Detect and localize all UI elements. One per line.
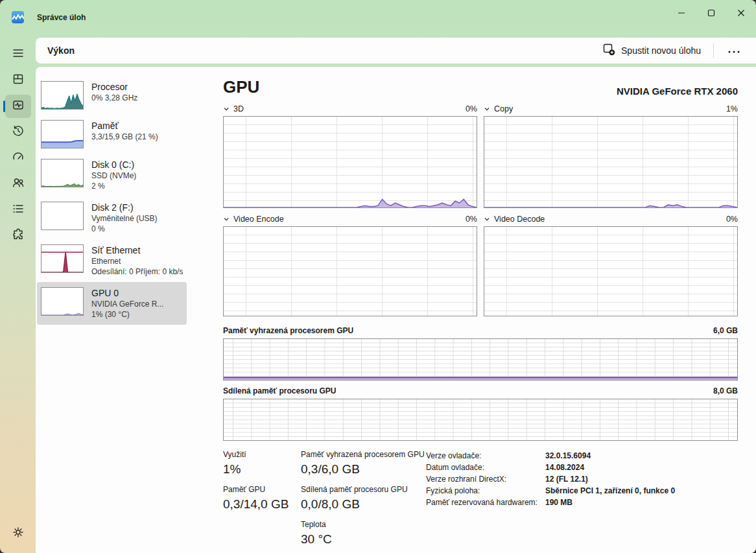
chart-video-encode: Video Encode 0% bbox=[223, 213, 477, 316]
chart-copy: Copy 1% bbox=[484, 103, 738, 208]
chart-label: Video Encode bbox=[233, 215, 284, 224]
new-task-icon bbox=[603, 43, 615, 58]
nav-details[interactable] bbox=[5, 198, 31, 222]
sidebar-item-title: Disk 0 (C:) bbox=[91, 159, 136, 171]
dedicated-memory-label: Paměť vyhrazená procesorem GPU bbox=[223, 326, 353, 335]
window-title: Správce úloh bbox=[37, 13, 86, 22]
dedicated-memory-chart bbox=[223, 338, 738, 381]
chart-percent: 0% bbox=[466, 215, 477, 224]
performance-icon bbox=[12, 99, 25, 114]
stat-label: Verze rozhraní DirectX: bbox=[426, 473, 545, 485]
chart-video-decode-plot bbox=[484, 226, 738, 316]
sidebar-item-title: Síť Ethernet bbox=[91, 244, 183, 256]
hamburger-menu-button[interactable] bbox=[5, 43, 31, 66]
gpu-device-name: NVIDIA GeForce RTX 2060 bbox=[617, 86, 738, 97]
nav-users[interactable] bbox=[5, 172, 31, 196]
page-title: Výkon bbox=[47, 45, 75, 56]
stat-value: 0,3/14,0 GB bbox=[223, 496, 301, 512]
stat-value: 12 (FL 12.1) bbox=[545, 473, 588, 485]
sidebar-item-detail: NVIDIA GeForce R... bbox=[91, 299, 163, 309]
stat-label: Datum ovladače: bbox=[426, 462, 545, 473]
nav-app-history[interactable] bbox=[5, 121, 31, 144]
stat-label: Paměť GPU bbox=[223, 485, 301, 495]
sidebar-item-detail: 0% 3,28 GHz bbox=[91, 93, 137, 103]
app-icon bbox=[12, 11, 24, 23]
nav-processes[interactable] bbox=[5, 69, 31, 92]
main-panel: Procesor 0% 3,28 GHz Paměť 3,3/15,9 GB (… bbox=[36, 67, 756, 553]
chart-percent: 0% bbox=[466, 104, 477, 113]
chevron-down-icon[interactable] bbox=[484, 216, 490, 222]
sidebar-item-detail: Ethernet bbox=[91, 256, 183, 266]
stat-value: 14.08.2024 bbox=[545, 462, 584, 473]
performance-sidebar: Procesor 0% 3,28 GHz Paměť 3,3/15,9 GB (… bbox=[36, 67, 187, 553]
sidebar-item-ethernet[interactable]: Síť Ethernet Ethernet Odesílání: 0 Příje… bbox=[37, 239, 187, 282]
sidebar-item-title: Procesor bbox=[91, 81, 137, 93]
shared-memory-chart bbox=[223, 399, 738, 441]
sidebar-item-gpu0[interactable]: GPU 0 NVIDIA GeForce R... 1% (30 °C) bbox=[37, 282, 187, 325]
nav-performance[interactable] bbox=[5, 95, 31, 118]
users-icon bbox=[12, 176, 25, 192]
sidebar-item-detail: 3,3/15,9 GB (21 %) bbox=[91, 132, 158, 142]
shared-memory-max: 8,0 GB bbox=[713, 386, 738, 395]
stat-label: Paměť rezervovaná hardwarem: bbox=[426, 497, 545, 508]
sidebar-item-detail: 1% (30 °C) bbox=[91, 309, 163, 320]
chart-label: Video Decode bbox=[494, 215, 545, 224]
chart-3d: 3D 0% bbox=[223, 103, 477, 208]
sidebar-item-detail: 0 % bbox=[91, 224, 158, 234]
chevron-down-icon[interactable] bbox=[223, 106, 230, 112]
run-new-task-button[interactable]: Spustit novou úlohu bbox=[599, 41, 705, 60]
gpu-stats: Využití 1% Paměť GPU 0,3/14,0 GB Paměť v… bbox=[223, 450, 738, 553]
chevron-down-icon[interactable] bbox=[484, 106, 490, 112]
toolbar: Výkon Spustit novou úlohu bbox=[36, 38, 756, 64]
sidebar-item-detail: Vyměnitelné (USB) bbox=[91, 213, 158, 224]
stat-label: Verze ovladače: bbox=[426, 450, 545, 462]
chart-video-encode-plot bbox=[223, 226, 477, 316]
chart-percent: 1% bbox=[726, 104, 738, 113]
run-new-task-label: Spustit novou úlohu bbox=[621, 45, 701, 56]
settings-button[interactable] bbox=[5, 522, 31, 545]
sidebar-item-title: GPU 0 bbox=[91, 287, 163, 299]
stat-value: 0,3/6,0 GB bbox=[301, 461, 426, 477]
cpu-mini-chart bbox=[41, 81, 84, 110]
processes-icon bbox=[12, 73, 25, 88]
speedometer-icon bbox=[12, 150, 25, 166]
chart-video-decode: Video Decode 0% bbox=[484, 213, 738, 316]
chart-label: Copy bbox=[494, 104, 513, 113]
ethernet-mini-chart bbox=[41, 244, 84, 273]
close-button[interactable] bbox=[726, 0, 756, 26]
task-manager-window: Správce úloh bbox=[0, 0, 756, 553]
dedicated-memory-max: 6,0 GB bbox=[713, 326, 738, 335]
gpu-detail-pane: GPU NVIDIA GeForce RTX 2060 3D 0% bbox=[223, 67, 738, 553]
sidebar-item-title: Disk 2 (F:) bbox=[91, 202, 158, 213]
chart-label: 3D bbox=[233, 104, 244, 113]
sidebar-item-disk2[interactable]: Disk 2 (F:) Vyměnitelné (USB) 0 % bbox=[37, 196, 187, 239]
disk2-mini-chart bbox=[41, 202, 84, 230]
hamburger-icon bbox=[12, 47, 25, 62]
sidebar-item-cpu[interactable]: Procesor 0% 3,28 GHz bbox=[37, 76, 187, 115]
titlebar: Správce úloh bbox=[0, 0, 756, 36]
stat-label: Teplota bbox=[301, 520, 426, 530]
nav-startup-apps[interactable] bbox=[5, 147, 31, 170]
list-icon bbox=[12, 202, 25, 218]
nav-services[interactable] bbox=[5, 224, 31, 248]
chevron-down-icon[interactable] bbox=[223, 216, 230, 222]
sidebar-item-memory[interactable]: Paměť 3,3/15,9 GB (21 %) bbox=[37, 115, 187, 154]
ellipsis-icon bbox=[727, 45, 740, 56]
gpu-mini-chart bbox=[41, 287, 84, 316]
maximize-button[interactable] bbox=[696, 0, 726, 26]
puzzle-icon bbox=[12, 228, 25, 244]
stat-value: Sběrnice PCI 1, zařízení 0, funkce 0 bbox=[545, 485, 675, 497]
sidebar-item-disk0[interactable]: Disk 0 (C:) SSD (NVMe) 2 % bbox=[37, 154, 187, 196]
toolbar-divider bbox=[713, 43, 714, 58]
sidebar-item-detail: 2 % bbox=[91, 181, 136, 191]
stat-value: 30 °C bbox=[301, 531, 426, 547]
more-options-button[interactable] bbox=[722, 42, 746, 59]
minimize-button[interactable] bbox=[667, 0, 696, 26]
stat-value: 32.0.15.6094 bbox=[545, 450, 591, 462]
gpu-heading: GPU bbox=[223, 77, 259, 97]
stat-label: Sdílená paměť procesoru GPU bbox=[301, 485, 426, 495]
memory-mini-chart bbox=[41, 120, 84, 148]
shared-memory-label: Sdílená paměť procesoru GPU bbox=[223, 386, 336, 395]
chart-copy-plot bbox=[484, 116, 738, 208]
stat-value: 0,0/8,0 GB bbox=[301, 496, 426, 512]
